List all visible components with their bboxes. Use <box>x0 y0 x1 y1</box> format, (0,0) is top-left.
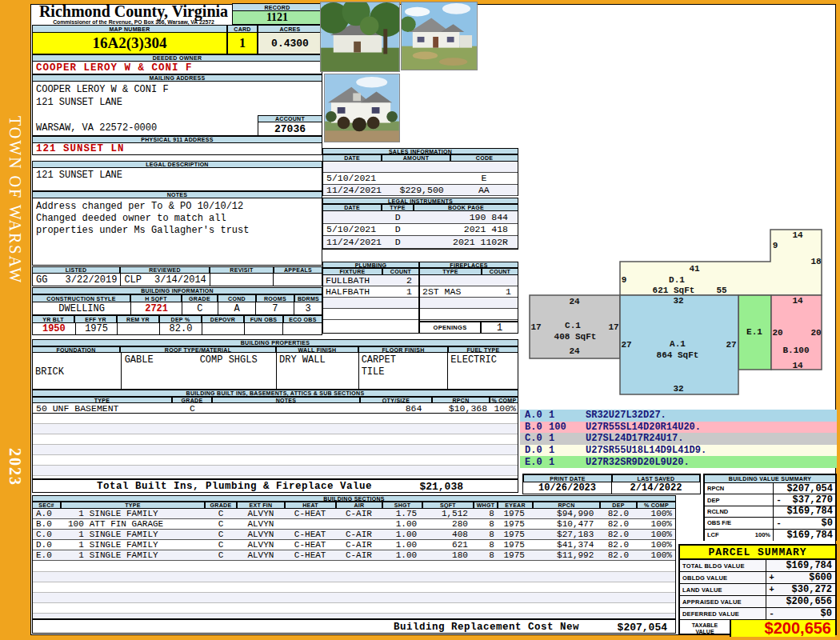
building-value-summary-title: BUILDING VALUE SUMMARY <box>705 475 835 483</box>
bs-type-label: TYPE <box>61 502 205 509</box>
notes-label: NOTES <box>32 191 322 198</box>
table-cell: $10,477 <box>532 519 599 529</box>
table-row: 2ST MAS1 <box>420 286 518 298</box>
table-row: 5/10/2021D2021 418 <box>323 224 518 237</box>
table-cell: 190 844 <box>414 211 518 223</box>
foundation-label: FOUNDATION <box>32 346 120 353</box>
sketch-section-label: C.1 <box>565 321 581 330</box>
table-row <box>323 298 418 309</box>
account-box: ACCOUNT 27036 <box>258 115 322 136</box>
acres-value: 0.4300 <box>258 33 322 54</box>
sketch-legend: A.01SR32U27L32D27.B.0100U27R55SL14D20R14… <box>520 410 837 468</box>
deeded-owner-value: COOPER LEROY W & CONI F <box>32 62 322 74</box>
dim-label: 27 <box>726 340 736 350</box>
plumbing-count-label: COUNT <box>382 268 419 275</box>
cond-label: COND <box>218 294 256 302</box>
bs-air-label: AIR <box>336 502 382 509</box>
sketch-sqft-label: 408 SqFt <box>554 332 597 342</box>
map-value-row: 16A2(3)304 1 0.4300 <box>32 33 322 54</box>
ecoobs-value <box>282 323 322 334</box>
cond-value: A <box>218 302 256 314</box>
building-info-values-2: 1950 1975 82.0 <box>32 323 322 335</box>
table-cell: E <box>450 173 518 183</box>
table-cell: D.0 <box>33 540 62 550</box>
bdrms-value: 3 <box>294 302 322 314</box>
table-cell: 1975 <box>497 509 532 518</box>
bvs-op: - <box>774 494 784 505</box>
bi-grade-value: C <box>172 403 212 413</box>
table-row: 11/24/2021$229,500AA <box>323 185 518 196</box>
dim-label: 17 <box>608 322 618 332</box>
table-cell: 1 <box>62 550 84 560</box>
table-row <box>323 309 418 320</box>
plumbing-table: FULLBATH2HALFBATH1 <box>322 275 419 334</box>
bvs-value: $0 <box>784 518 835 529</box>
table-cell: $27,183 <box>532 530 599 539</box>
li-date-label: DATE <box>322 204 382 211</box>
table-cell <box>323 309 382 319</box>
remyr-label: REM YR <box>117 315 159 323</box>
table-cell: 1,512 <box>422 509 473 518</box>
record-label: RECORD <box>232 3 322 11</box>
bvs-label: LCF <box>707 531 719 538</box>
building-sections-title: BUILDING SECTIONS <box>32 495 676 502</box>
table-cell: SINGLE FAMILY <box>84 540 205 550</box>
table-cell: 1.00 <box>382 519 422 529</box>
floor-line: CARPET <box>362 354 448 366</box>
ps-row: APPRAISED VALUE $200,656 <box>680 596 835 608</box>
bvs-op <box>774 483 784 494</box>
built-ins-total-label: Total Built Ins, Plumbing & Fireplace Va… <box>97 481 372 492</box>
table-row: 5/10/2021E <box>323 173 518 184</box>
sales-amount-label: AMOUNT <box>382 154 450 162</box>
bvs-label: RPCN <box>707 485 724 492</box>
funobs-label: FUN OBS <box>244 315 283 323</box>
dep-value: 82.0 <box>159 323 202 334</box>
review-value-row: GG3/22/2019 CLP3/14/2014 <box>32 274 322 286</box>
fireplace-count-label: COUNT <box>482 268 518 275</box>
table-cell: ALVYN <box>237 550 285 560</box>
building-sketch: 41 9 D.1 621 SqFt 55 14 9 18 24 17 C.1 1… <box>520 224 840 404</box>
table-row <box>420 275 518 286</box>
bvs-row: RCLND $169,784 <box>705 506 835 518</box>
table-cell: D <box>382 211 414 223</box>
yrblt-value: 1950 <box>33 323 75 334</box>
county-title: Richmond County, Virginia <box>35 2 232 21</box>
dim-label: 55 <box>716 286 726 295</box>
table-cell <box>420 275 482 286</box>
sales-information-title: SALES INFORMATION <box>322 148 518 154</box>
table-cell <box>382 162 450 172</box>
dim-label: 9 <box>773 241 778 250</box>
ps-value: $30,272 <box>777 584 835 595</box>
property-photo-3[interactable] <box>324 74 400 142</box>
bvs-value: $169,784 <box>784 530 835 541</box>
property-photo-2[interactable] <box>401 2 478 70</box>
bi-qty-label: QTY/SIZE <box>360 397 432 403</box>
bi-comp-label: % COMP <box>490 397 518 403</box>
dim-label: 20 <box>772 328 782 338</box>
table-cell <box>336 519 382 529</box>
legal-instruments-headers: DATE TYPE BOOK PAGE <box>322 204 518 211</box>
table-cell: D <box>382 236 414 248</box>
table-row: A.01SINGLE FAMILYCALVYNC-HEATC-AIR1.751,… <box>33 509 675 519</box>
effyr-label: EFF YR <box>74 315 117 323</box>
mailing-line: 121 SUNSET LANE <box>36 96 122 109</box>
table-cell: E.0 <box>33 550 62 560</box>
table-row: D.01U27SR55U18L14D9L41D9. <box>520 445 837 457</box>
record-box: RECORD 1121 <box>232 3 322 25</box>
hsqft-value: 2721 <box>130 302 182 314</box>
account-value: 27036 <box>258 122 322 136</box>
table-row <box>420 309 518 320</box>
table-cell: C <box>205 519 237 529</box>
sidebar-town-label: TOWN OF WARSAW <box>6 116 24 284</box>
bs-rpcn-label: RPCN <box>533 502 600 509</box>
funobs-value <box>244 323 283 334</box>
ps-row: LAND VALUE + $30,272 <box>680 584 835 596</box>
ps-label: APPRAISED VALUE <box>680 596 766 607</box>
mailing-address-label: MAILING ADDRESS <box>32 74 322 82</box>
table-cell: ALVYN <box>237 509 285 518</box>
table-row <box>420 298 518 309</box>
note-line: Changed deeded owner to match all <box>36 213 226 225</box>
property-photo-1[interactable] <box>320 2 400 72</box>
sketch-section-label: B.100 <box>782 346 809 355</box>
table-cell: C <box>205 550 237 560</box>
